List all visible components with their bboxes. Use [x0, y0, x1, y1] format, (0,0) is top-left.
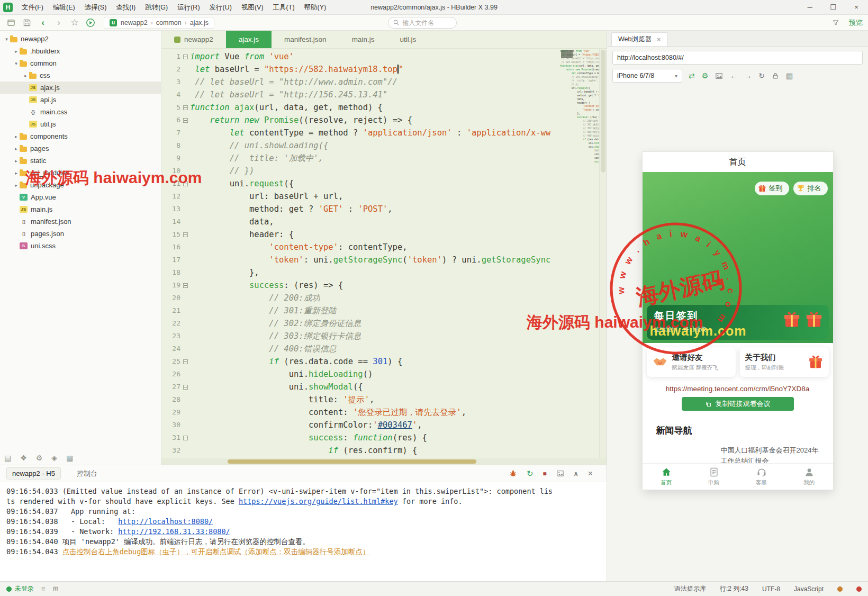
tree-item-main-css[interactable]: {}main.css [0, 106, 161, 118]
code-line[interactable]: 28 title: '提示', [161, 393, 560, 406]
code-line[interactable]: 2 let baseUrl = "https://582.haiwaiym18.… [161, 63, 560, 76]
save-icon[interactable] [21, 17, 33, 29]
maximize-button[interactable]: ☐ [821, 0, 845, 15]
tree-item-common[interactable]: ▾common [0, 57, 161, 69]
phone-tab-客服[interactable]: 客服 [738, 464, 785, 490]
expand-arrow-icon[interactable]: ▸ [13, 146, 20, 151]
tree-item-pages[interactable]: ▸pages [0, 142, 161, 155]
capture-icon[interactable] [715, 72, 723, 80]
minimap[interactable]: import Vue from 'vue' let baseUrl = "htt… [560, 49, 599, 458]
code-line[interactable]: 21 // 301:重新登陆 [161, 304, 560, 317]
grid-icon[interactable]: ▦ [66, 454, 73, 462]
expand-arrow-icon[interactable]: ▾ [13, 61, 20, 66]
console-tab-active[interactable]: newapp2 - H5 [6, 467, 61, 480]
fold-marker[interactable] [180, 177, 190, 190]
menu-item[interactable]: 视图(V) [237, 0, 268, 15]
code-line[interactable]: 27 uni.showModal({ [161, 381, 560, 393]
editor-tab-main-js[interactable]: main.js [339, 31, 387, 48]
menu-item[interactable]: 帮助(Y) [300, 0, 331, 15]
breadcrumb-item[interactable]: newapp2 [121, 19, 148, 26]
menu-item[interactable]: 查找(I) [111, 0, 140, 15]
daily-signin-banner[interactable]: 每日签到 连续签到，每日领取 haiwaiym.com [647, 305, 829, 340]
file-search-box[interactable] [388, 17, 457, 29]
copy-link-button[interactable]: 复制链接观看会议 [682, 397, 794, 411]
forward-button[interactable]: › [53, 17, 65, 28]
tree-item-uni_modules[interactable]: ▸uni_modules [0, 167, 161, 179]
console-link[interactable]: http://192.168.31.33:8080/ [118, 527, 230, 536]
login-status[interactable]: 未登录 [6, 584, 34, 593]
extensions-icon[interactable]: ❖ [20, 454, 27, 462]
outline-icon[interactable]: ≡ [41, 585, 46, 593]
code-line[interactable]: 19 success: (res) => { [161, 279, 560, 292]
syntax-lib[interactable]: 语法提示库 [674, 584, 706, 593]
back-button[interactable]: ‹ [37, 17, 49, 28]
code-line[interactable]: 1import Vue from 'vue' [161, 50, 560, 63]
tree-item-util-js[interactable]: JSutil.js [0, 118, 161, 130]
breadcrumb-item[interactable]: ajax.js [190, 19, 209, 26]
forward-icon[interactable]: → [744, 71, 752, 80]
fold-marker[interactable] [180, 228, 190, 241]
refresh-icon[interactable]: ↻ [758, 71, 765, 80]
fold-marker[interactable] [180, 279, 190, 292]
phone-tab-首页[interactable]: 首页 [643, 464, 690, 490]
code-line[interactable]: 18 }, [161, 266, 560, 279]
fold-marker[interactable] [180, 381, 190, 393]
card-邀请好友[interactable]: 邀请好友赋能发展 群雁齐飞 [647, 347, 736, 377]
menu-item[interactable]: 跳转(G) [140, 0, 173, 15]
tree-item-css[interactable]: ▸css [0, 69, 161, 82]
expand-arrow-icon[interactable]: ▸ [13, 183, 20, 188]
tree-item-App-vue[interactable]: VApp.vue [0, 191, 161, 203]
lock-icon[interactable] [772, 72, 779, 79]
fold-marker[interactable] [180, 355, 190, 368]
code-area[interactable]: 1import Vue from 'vue'2 let baseUrl = "h… [161, 49, 560, 458]
language-mode[interactable]: JavaScript [794, 585, 824, 593]
code-line[interactable]: 7 let contentType = method ? 'applicatio… [161, 127, 560, 139]
expand-arrow-icon[interactable]: ▸ [13, 158, 20, 164]
collapse-all-icon[interactable]: ▤ [4, 454, 11, 462]
editor-tab-util-js[interactable]: util.js [387, 31, 429, 48]
error-icon[interactable] [856, 586, 862, 592]
tree-item-ajax-js[interactable]: JSajax.js [0, 82, 161, 94]
editor-tab-ajax-js[interactable]: ajax.js [226, 31, 272, 48]
encoding[interactable]: UTF-8 [762, 585, 780, 593]
menu-item[interactable]: 编辑(E) [48, 0, 80, 15]
marker-icon[interactable]: ◈ [51, 454, 57, 462]
editor-tab-manifest-json[interactable]: manifest.json [272, 31, 339, 48]
code-line[interactable]: 4 // let baseUrl = "http://156.245.13.41… [161, 88, 560, 101]
split-view-icon[interactable]: ⊞ [53, 585, 59, 593]
phone-tab-我的[interactable]: 我的 [785, 464, 833, 490]
menu-item[interactable]: 文件(F) [17, 0, 48, 15]
toggle-panel-icon[interactable] [5, 17, 17, 29]
code-line[interactable]: 22 // 302:绑定身份证信息 [161, 317, 560, 330]
code-line[interactable]: 8 // uni.showLoading({ [161, 139, 560, 152]
code-line[interactable]: 16 'content-type': contentType, [161, 241, 560, 254]
code-line[interactable]: 5function ajax(url, data, get, method) { [161, 101, 560, 114]
expand-arrow-icon[interactable]: ▸ [13, 134, 20, 139]
fold-marker[interactable] [180, 50, 190, 63]
meeting-link[interactable]: https://meeting.tencent.com/crm/l5noY7XD… [643, 385, 833, 393]
code-line[interactable]: 6 return new Promise((resolve, reject) =… [161, 114, 560, 127]
tree-item-newapp2[interactable]: ▾newapp2 [0, 33, 161, 45]
expand-arrow-icon[interactable]: ▾ [3, 37, 10, 42]
tree-item-components[interactable]: ▸components [0, 130, 161, 142]
stop-icon[interactable]: ■ [543, 470, 547, 477]
minimize-button[interactable]: ─ [798, 0, 821, 15]
editor-tab-newapp2[interactable]: newapp2 [161, 31, 226, 48]
code-line[interactable]: 3 // let baseUrl = "http://www.admin.com… [161, 76, 560, 88]
tree-item-static[interactable]: ▸static [0, 155, 161, 167]
horizontal-scrollbar-thumb[interactable] [228, 459, 476, 464]
collapse-icon[interactable]: ∧ [574, 470, 578, 477]
debug-icon[interactable] [509, 469, 517, 477]
menu-item[interactable]: 选择(S) [80, 0, 112, 15]
screenshot-icon[interactable] [556, 469, 564, 477]
code-line[interactable]: 29 content: '您登录已过期，请先去登录', [161, 406, 560, 419]
settings-icon[interactable]: ⚙ [36, 454, 43, 462]
favorite-icon[interactable]: ☆ [69, 17, 80, 28]
notice-icon[interactable] [837, 586, 843, 592]
search-input[interactable] [402, 19, 450, 26]
fold-marker[interactable] [180, 431, 190, 444]
rotate-icon[interactable]: ⇄ [689, 71, 695, 80]
preview-button[interactable]: 预览 [849, 18, 863, 28]
device-selector[interactable]: iPhone 6/7/8 ▾ [612, 69, 682, 83]
tree-item-manifest-json[interactable]: [ ]manifest.json [0, 215, 161, 228]
